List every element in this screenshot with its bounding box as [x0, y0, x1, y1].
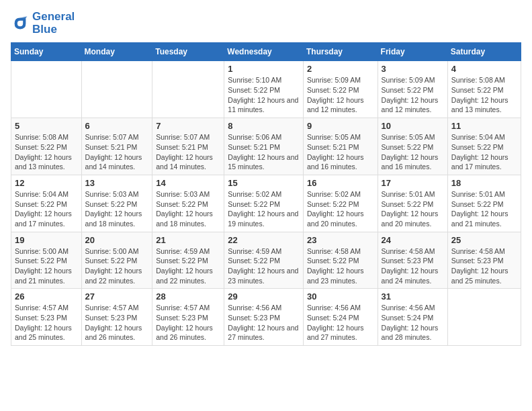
calendar-cell: 25Sunrise: 4:58 AMSunset: 5:23 PMDayligh…: [447, 232, 521, 289]
day-number: 17: [382, 178, 444, 188]
calendar-cell: 27Sunrise: 4:57 AMSunset: 5:23 PMDayligh…: [81, 289, 152, 346]
logo-text: General Blue: [32, 11, 75, 36]
calendar-cell: 31Sunrise: 4:56 AMSunset: 5:24 PMDayligh…: [378, 289, 447, 346]
day-info: Sunrise: 5:01 AMSunset: 5:22 PMDaylight:…: [382, 189, 444, 229]
weekday-header-friday: Friday: [378, 43, 447, 61]
day-number: 19: [15, 235, 78, 245]
day-number: 24: [382, 235, 444, 245]
day-info: Sunrise: 4:56 AMSunset: 5:24 PMDaylight:…: [382, 303, 444, 342]
calendar-cell: 6Sunrise: 5:07 AMSunset: 5:21 PMDaylight…: [81, 118, 152, 175]
calendar-cell: 12Sunrise: 5:04 AMSunset: 5:22 PMDayligh…: [11, 175, 82, 232]
calendar-cell: 16Sunrise: 5:02 AMSunset: 5:22 PMDayligh…: [303, 175, 378, 232]
calendar-cell: 20Sunrise: 5:00 AMSunset: 5:22 PMDayligh…: [81, 232, 152, 289]
day-number: 13: [85, 178, 149, 188]
day-info: Sunrise: 5:06 AMSunset: 5:21 PMDaylight:…: [228, 132, 300, 172]
calendar-cell: 24Sunrise: 4:58 AMSunset: 5:23 PMDayligh…: [378, 232, 447, 289]
day-number: 22: [228, 235, 300, 245]
day-info: Sunrise: 4:56 AMSunset: 5:24 PMDaylight:…: [307, 303, 374, 342]
calendar-cell: 15Sunrise: 5:02 AMSunset: 5:22 PMDayligh…: [224, 175, 304, 232]
calendar-cell: 4Sunrise: 5:08 AMSunset: 5:22 PMDaylight…: [447, 61, 521, 118]
day-number: 7: [156, 121, 220, 131]
day-number: 2: [307, 64, 374, 74]
day-number: 10: [382, 121, 444, 131]
day-info: Sunrise: 5:00 AMSunset: 5:22 PMDaylight:…: [85, 246, 149, 286]
day-info: Sunrise: 4:56 AMSunset: 5:23 PMDaylight:…: [228, 303, 300, 342]
calendar-cell: 14Sunrise: 5:03 AMSunset: 5:22 PMDayligh…: [152, 175, 224, 232]
weekday-header-tuesday: Tuesday: [152, 43, 224, 61]
calendar-cell: 21Sunrise: 4:59 AMSunset: 5:22 PMDayligh…: [152, 232, 224, 289]
week-row-3: 12Sunrise: 5:04 AMSunset: 5:22 PMDayligh…: [11, 175, 521, 232]
day-info: Sunrise: 5:04 AMSunset: 5:22 PMDaylight:…: [15, 189, 78, 229]
weekday-header-row: SundayMondayTuesdayWednesdayThursdayFrid…: [11, 43, 521, 61]
day-info: Sunrise: 5:01 AMSunset: 5:22 PMDaylight:…: [451, 189, 517, 229]
logo: General Blue: [11, 11, 75, 36]
day-info: Sunrise: 5:10 AMSunset: 5:22 PMDaylight:…: [228, 75, 300, 115]
week-row-5: 26Sunrise: 4:57 AMSunset: 5:23 PMDayligh…: [11, 289, 521, 346]
day-number: 8: [228, 121, 300, 131]
calendar-cell: 13Sunrise: 5:03 AMSunset: 5:22 PMDayligh…: [81, 175, 152, 232]
day-info: Sunrise: 5:00 AMSunset: 5:22 PMDaylight:…: [15, 246, 78, 286]
day-info: Sunrise: 5:03 AMSunset: 5:22 PMDaylight:…: [156, 189, 220, 229]
day-info: Sunrise: 5:09 AMSunset: 5:22 PMDaylight:…: [382, 75, 444, 115]
calendar-cell: 17Sunrise: 5:01 AMSunset: 5:22 PMDayligh…: [378, 175, 447, 232]
calendar-cell: 28Sunrise: 4:57 AMSunset: 5:23 PMDayligh…: [152, 289, 224, 346]
day-info: Sunrise: 5:08 AMSunset: 5:22 PMDaylight:…: [15, 132, 78, 172]
day-info: Sunrise: 4:57 AMSunset: 5:23 PMDaylight:…: [15, 303, 78, 342]
calendar-cell: [11, 61, 82, 118]
day-info: Sunrise: 5:03 AMSunset: 5:22 PMDaylight:…: [85, 189, 149, 229]
day-number: 21: [156, 235, 220, 245]
day-number: 23: [307, 235, 374, 245]
calendar-cell: 18Sunrise: 5:01 AMSunset: 5:22 PMDayligh…: [447, 175, 521, 232]
page-header: General Blue: [11, 11, 521, 36]
weekday-header-saturday: Saturday: [447, 43, 521, 61]
calendar-cell: 11Sunrise: 5:04 AMSunset: 5:22 PMDayligh…: [447, 118, 521, 175]
day-info: Sunrise: 5:08 AMSunset: 5:22 PMDaylight:…: [451, 75, 517, 115]
day-number: 11: [451, 121, 517, 131]
calendar-cell: 2Sunrise: 5:09 AMSunset: 5:22 PMDaylight…: [303, 61, 378, 118]
calendar-cell: 29Sunrise: 4:56 AMSunset: 5:23 PMDayligh…: [224, 289, 304, 346]
calendar-cell: 9Sunrise: 5:05 AMSunset: 5:21 PMDaylight…: [303, 118, 378, 175]
calendar-cell: 5Sunrise: 5:08 AMSunset: 5:22 PMDaylight…: [11, 118, 82, 175]
day-number: 28: [156, 291, 220, 302]
day-number: 18: [451, 178, 517, 188]
weekday-header-wednesday: Wednesday: [224, 43, 304, 61]
day-info: Sunrise: 5:02 AMSunset: 5:22 PMDaylight:…: [228, 189, 300, 229]
day-info: Sunrise: 5:07 AMSunset: 5:21 PMDaylight:…: [156, 132, 220, 172]
calendar-cell: 8Sunrise: 5:06 AMSunset: 5:21 PMDaylight…: [224, 118, 304, 175]
day-info: Sunrise: 5:05 AMSunset: 5:21 PMDaylight:…: [307, 132, 374, 172]
day-number: 14: [156, 178, 220, 188]
day-info: Sunrise: 4:59 AMSunset: 5:22 PMDaylight:…: [228, 246, 300, 286]
day-number: 1: [228, 64, 300, 74]
day-number: 16: [307, 178, 374, 188]
day-info: Sunrise: 5:09 AMSunset: 5:22 PMDaylight:…: [307, 75, 374, 115]
calendar-table: SundayMondayTuesdayWednesdayThursdayFrid…: [11, 42, 521, 346]
day-info: Sunrise: 4:57 AMSunset: 5:23 PMDaylight:…: [85, 303, 149, 342]
day-number: 30: [307, 291, 374, 302]
day-number: 12: [15, 178, 78, 188]
calendar-cell: 19Sunrise: 5:00 AMSunset: 5:22 PMDayligh…: [11, 232, 82, 289]
day-info: Sunrise: 5:04 AMSunset: 5:22 PMDaylight:…: [451, 132, 517, 172]
calendar-cell: 23Sunrise: 4:58 AMSunset: 5:22 PMDayligh…: [303, 232, 378, 289]
day-number: 15: [228, 178, 300, 188]
day-number: 5: [15, 121, 78, 131]
day-number: 9: [307, 121, 374, 131]
day-number: 3: [382, 64, 444, 74]
logo-icon: [11, 14, 30, 33]
day-number: 6: [85, 121, 149, 131]
day-number: 25: [451, 235, 517, 245]
weekday-header-thursday: Thursday: [303, 43, 378, 61]
calendar-cell: 3Sunrise: 5:09 AMSunset: 5:22 PMDaylight…: [378, 61, 447, 118]
day-number: 26: [15, 291, 78, 302]
day-info: Sunrise: 4:59 AMSunset: 5:22 PMDaylight:…: [156, 246, 220, 286]
week-row-4: 19Sunrise: 5:00 AMSunset: 5:22 PMDayligh…: [11, 232, 521, 289]
week-row-1: 1Sunrise: 5:10 AMSunset: 5:22 PMDaylight…: [11, 61, 521, 118]
day-info: Sunrise: 5:02 AMSunset: 5:22 PMDaylight:…: [307, 189, 374, 229]
day-info: Sunrise: 4:58 AMSunset: 5:23 PMDaylight:…: [451, 246, 517, 286]
day-info: Sunrise: 4:58 AMSunset: 5:23 PMDaylight:…: [382, 246, 444, 286]
calendar-cell: 7Sunrise: 5:07 AMSunset: 5:21 PMDaylight…: [152, 118, 224, 175]
calendar-cell: 10Sunrise: 5:05 AMSunset: 5:22 PMDayligh…: [378, 118, 447, 175]
calendar-cell: 1Sunrise: 5:10 AMSunset: 5:22 PMDaylight…: [224, 61, 304, 118]
week-row-2: 5Sunrise: 5:08 AMSunset: 5:22 PMDaylight…: [11, 118, 521, 175]
day-number: 4: [451, 64, 517, 74]
day-number: 20: [85, 235, 149, 245]
